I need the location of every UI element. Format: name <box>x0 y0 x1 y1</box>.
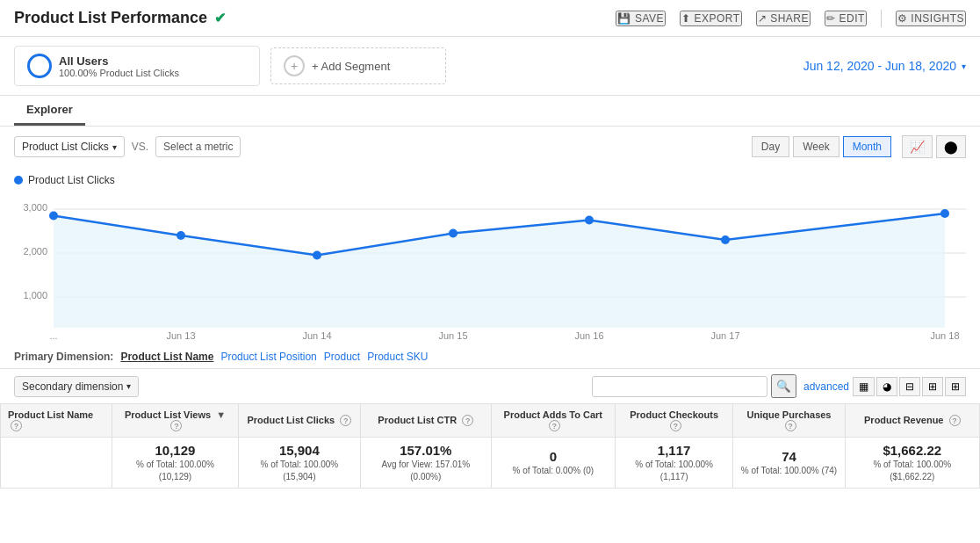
line-chart: 3,000 2,000 1,000 ... Jun 13 J <box>14 192 966 345</box>
chevron-down-icon: ▾ <box>962 62 966 71</box>
segment-sub: 100.00% Product List Clicks <box>59 68 179 78</box>
col-header-adds: Product Adds To Cart ? <box>491 404 615 438</box>
pie-view-button[interactable]: ◕ <box>876 377 897 396</box>
help-icon[interactable]: ? <box>462 415 473 426</box>
vs-label: VS. <box>132 141 148 153</box>
views-value: 10,129 <box>119 443 231 458</box>
svg-text:2,000: 2,000 <box>23 246 47 257</box>
purchases-value: 74 <box>740 449 837 464</box>
table-controls: Secondary dimension ▾ 🔍 advanced ▦ ◕ ⊟ ⊞… <box>0 369 980 403</box>
totals-adds-cell: 0 % of Total: 0.00% (0) <box>491 438 615 489</box>
help-icon[interactable]: ? <box>11 420 22 431</box>
save-icon: 💾 <box>617 12 631 25</box>
svg-point-11 <box>449 229 458 238</box>
grid-view-button[interactable]: ▦ <box>853 377 875 396</box>
segment-all-users[interactable]: All Users 100.00% Product List Clicks <box>14 46 260 86</box>
search-area: 🔍 advanced ▦ ◕ ⊟ ⊞ ⊞ <box>592 374 966 398</box>
select-metric-dropdown[interactable]: Select a metric <box>155 136 241 157</box>
revenue-value: $1,662.22 <box>853 443 972 458</box>
svg-text:Jun 18: Jun 18 <box>930 330 959 341</box>
help-icon[interactable]: ? <box>670 420 681 431</box>
page-title-container: Product List Performance ✔ <box>14 9 226 27</box>
col-header-checkouts: Product Checkouts ? <box>615 404 733 438</box>
week-button[interactable]: Week <box>793 136 839 157</box>
top-bar: Product List Performance ✔ 💾 SAVE ⬆ EXPO… <box>0 0 980 37</box>
time-buttons: Day Week Month <box>752 136 891 157</box>
help-icon[interactable]: ? <box>549 420 560 431</box>
sort-icon[interactable]: ▼ <box>216 409 226 420</box>
col-header-name: Product List Name ? <box>1 404 112 438</box>
advanced-link[interactable]: advanced <box>803 380 849 393</box>
search-button[interactable]: 🔍 <box>771 374 796 398</box>
totals-checkouts-cell: 1,117 % of Total: 100.00% (1,117) <box>615 438 733 489</box>
svg-text:3,000: 3,000 <box>23 202 47 213</box>
col-header-views: Product List Views ▼ ? <box>112 404 239 438</box>
totals-row: 10,129 % of Total: 100.00% (10,129) 15,9… <box>1 438 980 489</box>
dim-product-sku[interactable]: Product SKU <box>367 351 428 363</box>
totals-revenue-cell: $1,662.22 % of Total: 100.00% ($1,662.22… <box>845 438 979 489</box>
svg-point-12 <box>585 216 594 225</box>
dim-product-list-name[interactable]: Product List Name <box>120 351 213 363</box>
insights-button[interactable]: ⚙ INSIGHTS <box>896 11 966 26</box>
clicks-sub: % of Total: 100.00% (15,904) <box>260 460 338 481</box>
chart-legend: Product List Clicks <box>14 174 966 186</box>
totals-name-cell <box>1 438 112 489</box>
dimension-bar: Primary Dimension: Product List Name Pro… <box>0 345 980 369</box>
time-and-view-controls: Day Week Month 📈 ⬤ <box>752 135 966 158</box>
clicks-value: 15,904 <box>246 443 353 458</box>
add-segment-label: + Add Segment <box>312 60 390 73</box>
page-title: Product List Performance <box>14 9 207 27</box>
totals-clicks-cell: 15,904 % of Total: 100.00% (15,904) <box>238 438 360 489</box>
export-button[interactable]: ⬆ EXPORT <box>680 11 742 26</box>
purchases-sub: % of Total: 100.00% (74) <box>741 466 837 475</box>
export-icon: ⬆ <box>681 12 691 25</box>
verified-icon: ✔ <box>214 10 226 26</box>
custom-view-button[interactable]: ⊞ <box>945 377 966 396</box>
svg-text:Jun 15: Jun 15 <box>438 330 467 341</box>
totals-ctr-cell: 157.01% Avg for View: 157.01% (0.00%) <box>360 438 491 489</box>
totals-views-cell: 10,129 % of Total: 100.00% (10,129) <box>112 438 239 489</box>
save-button[interactable]: 💾 SAVE <box>616 11 666 26</box>
tab-explorer[interactable]: Explorer <box>14 96 85 126</box>
chart-controls: Product List Clicks ▾ VS. Select a metri… <box>0 127 980 167</box>
help-icon[interactable]: ? <box>949 415 961 426</box>
metric-dropdown[interactable]: Product List Clicks ▾ <box>14 136 125 157</box>
secondary-dimension-dropdown[interactable]: Secondary dimension ▾ <box>14 376 139 397</box>
month-button[interactable]: Month <box>843 136 891 157</box>
col-header-revenue: Product Revenue ? <box>845 404 979 438</box>
segment-left: All Users 100.00% Product List Clicks + … <box>14 46 446 86</box>
col-header-purchases: Unique Purchases ? <box>733 404 845 438</box>
views-sub: % of Total: 100.00% (10,129) <box>136 460 214 481</box>
legend-label: Product List Clicks <box>28 174 115 186</box>
help-icon[interactable]: ? <box>785 420 796 431</box>
dim-product[interactable]: Product <box>324 351 360 363</box>
divider <box>881 10 882 27</box>
metric-dropdown-label: Product List Clicks <box>22 141 109 153</box>
day-button[interactable]: Day <box>752 136 789 157</box>
ctr-sub: Avg for View: 157.01% (0.00%) <box>381 460 470 481</box>
segment-info: All Users 100.00% Product List Clicks <box>59 54 179 78</box>
metric-selectors: Product List Clicks ▾ VS. Select a metri… <box>14 136 241 157</box>
view-buttons: ▦ ◕ ⊟ ⊞ ⊞ <box>853 377 966 396</box>
adds-sub: % of Total: 0.00% (0) <box>512 466 594 475</box>
svg-text:...: ... <box>49 330 57 341</box>
date-range-picker[interactable]: Jun 12, 2020 - Jun 18, 2020 ▾ <box>803 59 966 73</box>
svg-text:Jun 16: Jun 16 <box>574 330 603 341</box>
search-input[interactable] <box>592 376 767 397</box>
dim-product-list-position[interactable]: Product List Position <box>220 351 316 363</box>
help-icon[interactable]: ? <box>170 420 182 431</box>
edit-icon: ✏ <box>826 12 836 25</box>
pie-chart-button[interactable]: ⬤ <box>936 135 966 158</box>
line-chart-button[interactable]: 📈 <box>902 135 933 158</box>
help-icon[interactable]: ? <box>340 415 351 426</box>
chevron-down-icon: ▾ <box>112 142 117 152</box>
chart-type-buttons: 📈 ⬤ <box>902 135 966 158</box>
date-range-text: Jun 12, 2020 - Jun 18, 2020 <box>803 59 956 73</box>
svg-point-13 <box>721 235 730 244</box>
add-segment-button[interactable]: + + Add Segment <box>270 47 446 84</box>
share-button[interactable]: ↗ SHARE <box>756 11 811 26</box>
dimension-label: Primary Dimension: <box>14 351 113 363</box>
table-view-button[interactable]: ⊞ <box>922 377 943 396</box>
compare-view-button[interactable]: ⊟ <box>899 377 920 396</box>
edit-button[interactable]: ✏ EDIT <box>825 11 867 26</box>
